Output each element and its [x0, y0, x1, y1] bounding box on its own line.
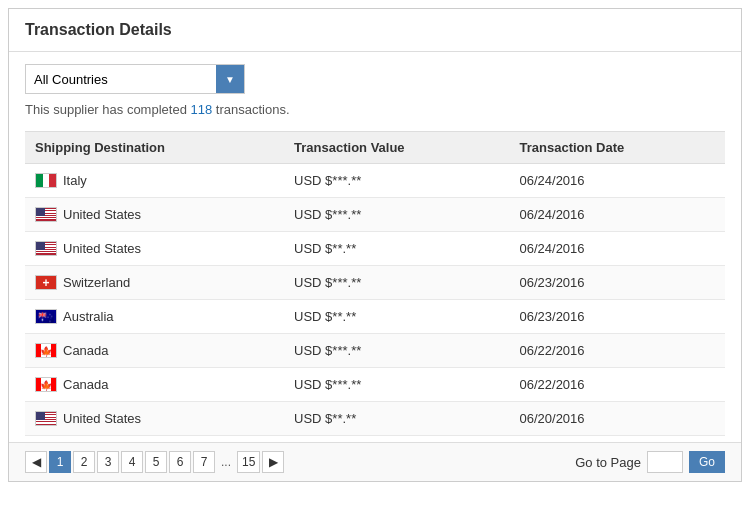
page-ellipsis: ...: [217, 455, 235, 469]
value-cell: USD $**.**: [284, 300, 509, 334]
prev-page-button[interactable]: ◀: [25, 451, 47, 473]
country-name: Switzerland: [63, 275, 130, 290]
date-cell: 06/24/2016: [510, 164, 726, 198]
table-body: ItalyUSD $***.**06/24/2016United StatesU…: [25, 164, 725, 436]
transaction-prefix: This supplier has completed: [25, 102, 190, 117]
value-cell: USD $***.**: [284, 368, 509, 402]
value-cell: USD $***.**: [284, 334, 509, 368]
country-filter-dropdown[interactable]: All Countries United States Italy Switze…: [25, 64, 245, 94]
page-6-button[interactable]: 6: [169, 451, 191, 473]
col-transaction-value: Transaction Value: [284, 132, 509, 164]
country-name: Australia: [63, 309, 114, 324]
table-row: SwitzerlandUSD $***.**06/23/2016: [25, 266, 725, 300]
destination-cell: United States: [25, 232, 284, 266]
value-cell: USD $**.**: [284, 402, 509, 436]
flag-ca-icon: 🍁: [35, 343, 57, 358]
transaction-count-text: This supplier has completed 118 transact…: [25, 102, 725, 117]
table-row: 🍁CanadaUSD $***.**06/22/2016: [25, 368, 725, 402]
goto-page-area: Go to Page Go: [575, 451, 725, 473]
value-cell: USD $***.**: [284, 164, 509, 198]
destination-cell: Switzerland: [25, 266, 284, 300]
destination-cell: 🍁Canada: [25, 334, 284, 368]
next-arrow-icon: ▶: [269, 455, 278, 469]
destination-cell: United States: [25, 198, 284, 232]
page-7-button[interactable]: 7: [193, 451, 215, 473]
date-cell: 06/23/2016: [510, 300, 726, 334]
country-select[interactable]: All Countries United States Italy Switze…: [26, 65, 244, 93]
table-row: United StatesUSD $**.**06/20/2016: [25, 402, 725, 436]
page-4-button[interactable]: 4: [121, 451, 143, 473]
page-2-button[interactable]: 2: [73, 451, 95, 473]
country-name: Canada: [63, 343, 109, 358]
table-row: 🍁CanadaUSD $***.**06/22/2016: [25, 334, 725, 368]
flag-au-icon: [35, 309, 57, 324]
value-cell: USD $***.**: [284, 198, 509, 232]
pagination-area: ◀ 1 2 3 4 5 6 7 ... 15 ▶ Go to Page Go: [9, 442, 741, 481]
next-page-button[interactable]: ▶: [262, 451, 284, 473]
prev-arrow-icon: ◀: [32, 455, 41, 469]
flag-ca-icon: 🍁: [35, 377, 57, 392]
country-name: United States: [63, 411, 141, 426]
col-transaction-date: Transaction Date: [510, 132, 726, 164]
destination-cell: Italy: [25, 164, 284, 198]
date-cell: 06/24/2016: [510, 232, 726, 266]
controls-area: All Countries United States Italy Switze…: [9, 52, 741, 123]
goto-input[interactable]: [647, 451, 683, 473]
value-cell: USD $**.**: [284, 232, 509, 266]
goto-button[interactable]: Go: [689, 451, 725, 473]
date-cell: 06/22/2016: [510, 334, 726, 368]
country-name: Italy: [63, 173, 87, 188]
destination-cell: 🍁Canada: [25, 368, 284, 402]
date-cell: 06/22/2016: [510, 368, 726, 402]
page-last-button[interactable]: 15: [237, 451, 260, 473]
table-row: United StatesUSD $***.**06/24/2016: [25, 198, 725, 232]
transaction-count-link[interactable]: 118: [190, 102, 212, 117]
page-container: Transaction Details All Countries United…: [8, 8, 742, 482]
country-name: United States: [63, 207, 141, 222]
header: Transaction Details: [9, 9, 741, 52]
page-5-button[interactable]: 5: [145, 451, 167, 473]
col-shipping-destination: Shipping Destination: [25, 132, 284, 164]
page-3-button[interactable]: 3: [97, 451, 119, 473]
date-cell: 06/24/2016: [510, 198, 726, 232]
flag-ch-icon: [35, 275, 57, 290]
table-header-row: Shipping Destination Transaction Value T…: [25, 132, 725, 164]
date-cell: 06/23/2016: [510, 266, 726, 300]
flag-it-icon: [35, 173, 57, 188]
country-name: Canada: [63, 377, 109, 392]
flag-us-icon: [35, 207, 57, 222]
flag-us-icon: [35, 411, 57, 426]
table-row: AustraliaUSD $**.**06/23/2016: [25, 300, 725, 334]
destination-cell: Australia: [25, 300, 284, 334]
table-row: United StatesUSD $**.**06/24/2016: [25, 232, 725, 266]
transactions-table-container: Shipping Destination Transaction Value T…: [9, 131, 741, 436]
destination-cell: United States: [25, 402, 284, 436]
flag-us-icon: [35, 241, 57, 256]
table-row: ItalyUSD $***.**06/24/2016: [25, 164, 725, 198]
value-cell: USD $***.**: [284, 266, 509, 300]
transaction-suffix: transactions.: [212, 102, 289, 117]
transactions-table: Shipping Destination Transaction Value T…: [25, 131, 725, 436]
page-title: Transaction Details: [25, 21, 172, 38]
page-1-button[interactable]: 1: [49, 451, 71, 473]
pagination-controls: ◀ 1 2 3 4 5 6 7 ... 15 ▶: [25, 451, 284, 473]
goto-label: Go to Page: [575, 455, 641, 470]
country-name: United States: [63, 241, 141, 256]
date-cell: 06/20/2016: [510, 402, 726, 436]
